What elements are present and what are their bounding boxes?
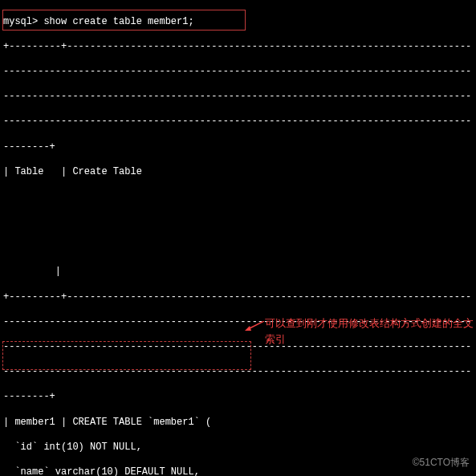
separator: --------+ <box>3 141 473 154</box>
terminal-output: mysql> show create table member1; +-----… <box>3 3 473 476</box>
separator: ----------------------------------------… <box>3 116 473 128</box>
column-def: `id` int(10) NOT NULL, <box>3 441 473 454</box>
sql-command: show create table member1; <box>43 16 193 27</box>
create-table-start: | member1 | CREATE TABLE `member1` ( <box>3 417 473 429</box>
blank-pipe: | <box>3 266 473 279</box>
separator: ----------------------------------------… <box>3 366 473 379</box>
mysql-prompt: mysql> <box>3 16 43 27</box>
column-def: `name` varchar(10) DEFAULT NULL, <box>3 466 473 476</box>
separator: +---------+-----------------------------… <box>3 41 473 54</box>
separator: ----------------------------------------… <box>3 66 473 79</box>
separator: ----------------------------------------… <box>3 91 473 104</box>
annotation-text: 可以查到刚才使用修改表结构方式创建的全文索引 <box>265 315 474 347</box>
separator: --------+ <box>3 391 473 404</box>
table-header: | Table | Create Table <box>3 166 473 179</box>
separator: +---------+-----------------------------… <box>3 291 473 304</box>
watermark-text: ©51CTO博客 <box>413 457 470 470</box>
